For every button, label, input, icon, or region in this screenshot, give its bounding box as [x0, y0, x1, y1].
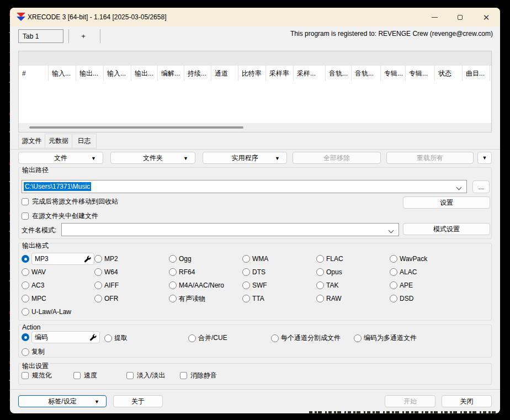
format-option[interactable]: MP2: [94, 252, 169, 265]
close-app-button[interactable]: 关闭: [442, 395, 492, 407]
chevron-down-icon[interactable]: [389, 228, 393, 232]
format-option[interactable]: Opus: [316, 265, 390, 279]
column-header[interactable]: 专辑...: [406, 66, 435, 81]
column-header[interactable]: 输出...: [76, 66, 104, 81]
column-header[interactable]: 持续...: [184, 66, 211, 81]
format-option[interactable]: W64: [94, 265, 169, 279]
column-header[interactable]: #: [19, 66, 49, 81]
format-option[interactable]: RF64: [169, 265, 242, 279]
file-menu-button[interactable]: 文件 ▼: [18, 152, 103, 164]
remove-silence-checkbox[interactable]: 消除静音: [180, 371, 217, 380]
format-option[interactable]: M4A/AAC/Nero: [169, 279, 242, 292]
format-label: WavPack: [400, 255, 427, 263]
output-path-combobox[interactable]: C:\Users\17371\Music: [22, 180, 467, 193]
folder-menu-button[interactable]: 文件夹 ▼: [110, 152, 195, 164]
fade-checkbox[interactable]: 淡入/淡出: [126, 371, 165, 380]
tab-log[interactable]: 日志: [72, 134, 97, 148]
format-option[interactable]: ALAC: [390, 265, 490, 279]
format-option[interactable]: AIFF: [94, 279, 169, 292]
about-label: 关于: [131, 397, 145, 406]
desktop-noise-bottom: [309, 411, 500, 414]
wrench-icon[interactable]: [89, 334, 97, 341]
remove-silence-label: 消除静音: [190, 371, 217, 380]
tab-source-files[interactable]: 源文件: [18, 134, 45, 148]
format-option[interactable]: APE: [390, 279, 490, 292]
wrench-icon[interactable]: [84, 256, 91, 263]
action-group-label: Action: [21, 324, 41, 331]
format-option[interactable]: AC3: [22, 279, 94, 292]
format-option[interactable]: TAK: [316, 279, 390, 292]
action-option[interactable]: 提取: [104, 333, 128, 343]
format-option[interactable]: U-Law/A-Law: [22, 305, 94, 318]
format-option[interactable]: Ogg: [169, 252, 242, 265]
column-header[interactable]: 音轨...: [352, 66, 381, 81]
add-tab-button[interactable]: +: [72, 29, 95, 43]
format-option[interactable]: WavPack: [390, 252, 490, 265]
action-option[interactable]: 编码为多通道文件: [354, 333, 417, 343]
action-option[interactable]: 每个通道分割成文件: [271, 333, 341, 343]
column-header[interactable]: 输入...: [104, 66, 131, 81]
column-header[interactable]: 输出...: [131, 66, 158, 81]
radio-icon: [316, 255, 324, 263]
radio-icon: [271, 334, 279, 342]
format-option[interactable]: MPC: [22, 292, 94, 305]
column-header[interactable]: 采样...: [294, 66, 326, 81]
action-option-encode[interactable]: 编码: [22, 331, 100, 343]
speed-checkbox[interactable]: 速度: [73, 371, 97, 380]
settings-button[interactable]: 设置: [403, 196, 490, 209]
reload-all-button[interactable]: 重载所有: [386, 152, 474, 164]
column-header[interactable]: 音轨...: [326, 66, 352, 81]
format-option[interactable]: 有声读物: [169, 292, 242, 305]
format-option[interactable]: DTS: [242, 265, 316, 279]
create-in-source-checkbox[interactable]: 在源文件夹中创建文件: [22, 211, 98, 221]
tags-settings-button[interactable]: 标签/设定 ▼: [18, 395, 107, 407]
column-header[interactable]: 状态: [435, 66, 463, 81]
move-to-recycle-checkbox[interactable]: 完成后将源文件移动到回收站: [22, 197, 118, 206]
remove-all-button[interactable]: 全部移除: [293, 152, 381, 164]
pattern-settings-button[interactable]: 模式设置: [403, 223, 490, 235]
more-actions-button[interactable]: ▼: [477, 152, 492, 164]
column-header[interactable]: 采样率: [266, 66, 294, 81]
format-option[interactable]: RAW: [316, 292, 390, 305]
close-button[interactable]: ✕: [474, 8, 499, 26]
format-label: 有声读物: [179, 294, 205, 304]
format-option[interactable]: DSD: [390, 292, 490, 305]
tab-strip: Tab 1 + This program is registered to: R…: [10, 26, 500, 51]
about-button[interactable]: 关于: [113, 395, 163, 407]
chevron-down-icon[interactable]: [456, 185, 461, 189]
format-label: Opus: [326, 268, 342, 276]
maximize-icon: [458, 15, 463, 20]
column-header[interactable]: 通道: [211, 66, 238, 81]
browse-button[interactable]: ...: [472, 180, 490, 193]
radio-icon: [316, 281, 324, 289]
action-label: 合并/CUE: [198, 333, 227, 343]
format-option-mp3[interactable]: MP3: [22, 252, 94, 265]
format-option[interactable]: WMA: [242, 252, 316, 265]
maximize-button[interactable]: [447, 8, 472, 26]
action-option[interactable]: 合并/CUE: [188, 333, 227, 343]
action-preset-box[interactable]: 编码: [31, 331, 100, 343]
format-option[interactable]: FLAC: [316, 252, 390, 265]
column-header[interactable]: 输入...: [49, 66, 76, 81]
tab-metadata[interactable]: 元数据: [45, 134, 72, 148]
normalize-checkbox[interactable]: 规范化: [22, 371, 52, 380]
utilities-menu-button[interactable]: 实用程序 ▼: [203, 152, 287, 164]
format-label: MP3: [35, 255, 82, 263]
minimize-button[interactable]: [422, 8, 447, 26]
format-option[interactable]: OFR: [94, 292, 169, 305]
column-header[interactable]: 曲目...: [463, 66, 490, 81]
tab-1[interactable]: Tab 1: [18, 29, 63, 43]
column-header[interactable]: 专辑...: [381, 66, 406, 81]
horizontal-scrollbar[interactable]: [19, 123, 491, 132]
column-header[interactable]: 编解...: [158, 66, 184, 81]
column-header[interactable]: 比特率: [238, 66, 266, 81]
format-label: MP2: [104, 255, 118, 263]
format-option[interactable]: WAV: [22, 265, 94, 279]
start-button[interactable]: 开始: [385, 395, 435, 407]
filename-pattern-combobox[interactable]: [61, 223, 399, 236]
action-option[interactable]: 复制: [22, 347, 45, 357]
scrollbar-thumb[interactable]: [29, 126, 243, 129]
format-option[interactable]: SWF: [242, 279, 316, 292]
format-preset-box[interactable]: MP3: [31, 253, 94, 265]
format-option[interactable]: TTA: [242, 292, 316, 305]
